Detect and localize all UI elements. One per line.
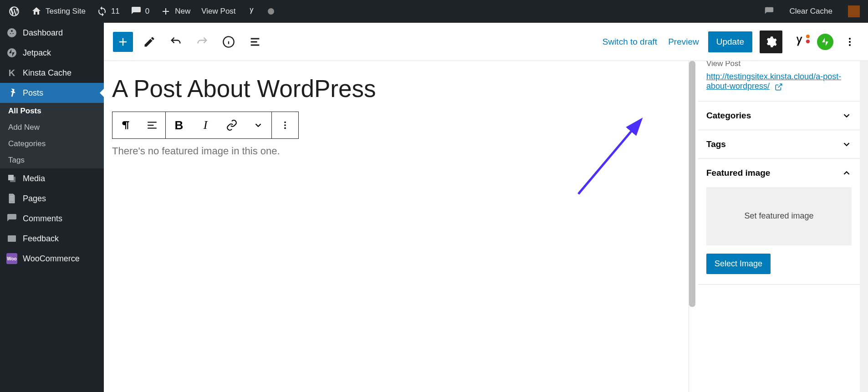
sidebar-item-feedback[interactable]: Feedback bbox=[0, 229, 104, 249]
pilcrow-icon bbox=[120, 119, 132, 131]
admin-sidebar: Dashboard Jetpack K Kinsta Cache Posts A… bbox=[0, 23, 104, 392]
permalink-link[interactable]: http://testingsitex.kinsta.cloud/a-post-… bbox=[706, 72, 841, 91]
categories-panel-toggle[interactable]: Categories bbox=[698, 102, 860, 130]
paragraph-block-button[interactable] bbox=[112, 112, 139, 138]
view-post-link[interactable]: View Post bbox=[197, 0, 240, 23]
sidebar-sub-categories[interactable]: Categories bbox=[0, 136, 104, 152]
sidebar-label: Feedback bbox=[23, 234, 59, 244]
redo-icon bbox=[196, 36, 209, 48]
link-icon bbox=[226, 119, 238, 131]
notes-link[interactable] bbox=[760, 0, 779, 23]
kebab-icon bbox=[844, 36, 855, 47]
paragraph-block[interactable]: There's no featured image in this one. bbox=[112, 145, 680, 157]
sidebar-label: Kinsta Cache bbox=[23, 68, 71, 78]
sidebar-label: Media bbox=[23, 174, 45, 183]
switch-to-draft-button[interactable]: Switch to draft bbox=[601, 37, 659, 47]
permalink-section: http://testingsitex.kinsta.cloud/a-post-… bbox=[698, 69, 860, 102]
info-button[interactable] bbox=[219, 32, 239, 52]
sidebar-scrollbar[interactable] bbox=[689, 61, 695, 307]
info-icon bbox=[222, 36, 235, 48]
chevron-down-icon bbox=[253, 120, 263, 130]
sidebar-label: Pages bbox=[23, 194, 46, 204]
svg-rect-1 bbox=[8, 235, 16, 242]
settings-cut-text: View Post bbox=[698, 61, 860, 69]
settings-toggle-button[interactable] bbox=[760, 31, 782, 53]
wp-logo[interactable] bbox=[4, 0, 25, 23]
site-name-link[interactable]: Testing Site bbox=[26, 0, 90, 23]
more-options-button[interactable] bbox=[841, 33, 859, 51]
new-content-link[interactable]: New bbox=[156, 0, 195, 23]
window-scrollbar[interactable] bbox=[860, 61, 868, 392]
italic-button[interactable]: I bbox=[192, 112, 219, 138]
svg-point-5 bbox=[849, 44, 851, 46]
sidebar-item-media[interactable]: Media bbox=[0, 168, 104, 188]
sidebar-label: Posts bbox=[23, 88, 43, 98]
block-toolbar: B I bbox=[112, 112, 299, 139]
updates-link[interactable]: 11 bbox=[92, 0, 124, 23]
chevron-down-icon bbox=[842, 139, 852, 149]
sidebar-item-comments[interactable]: Comments bbox=[0, 209, 104, 229]
sidebar-label: Dashboard bbox=[23, 28, 63, 38]
sidebar-item-jetpack[interactable]: Jetpack bbox=[0, 43, 104, 63]
sidebar-sub-add-new[interactable]: Add New bbox=[0, 119, 104, 136]
comments-icon bbox=[131, 6, 142, 17]
align-button[interactable] bbox=[139, 112, 165, 138]
bold-button[interactable]: B bbox=[166, 112, 192, 138]
sidebar-submenu-posts: All Posts Add New Categories Tags bbox=[0, 103, 104, 168]
annotation-arrow-icon bbox=[574, 117, 647, 199]
kinsta-icon: K bbox=[6, 67, 17, 78]
user-profile-link[interactable] bbox=[843, 0, 864, 23]
post-title-input[interactable]: A Post About WordPress bbox=[112, 75, 680, 102]
new-label: New bbox=[175, 7, 190, 16]
yoast-button[interactable] bbox=[790, 32, 810, 52]
chevron-up-icon bbox=[842, 168, 852, 178]
wordpress-icon bbox=[8, 5, 20, 17]
yoast-seo-icon bbox=[792, 34, 807, 50]
dashboard-icon bbox=[6, 27, 17, 38]
sidebar-sub-all-posts[interactable]: All Posts bbox=[0, 103, 104, 119]
jetpack-button[interactable] bbox=[817, 34, 833, 50]
link-button[interactable] bbox=[219, 112, 245, 138]
site-name-label: Testing Site bbox=[46, 7, 86, 16]
pencil-icon bbox=[143, 36, 156, 48]
svg-point-0 bbox=[7, 48, 16, 57]
featured-image-panel-toggle[interactable]: Featured image bbox=[698, 159, 860, 187]
preview-button[interactable]: Preview bbox=[666, 37, 701, 47]
svg-point-7 bbox=[284, 124, 286, 126]
external-link-icon bbox=[775, 83, 783, 91]
sidebar-item-pages[interactable]: Pages bbox=[0, 188, 104, 209]
status-dot-icon bbox=[268, 8, 274, 15]
yoast-link[interactable] bbox=[242, 0, 261, 23]
outline-button[interactable] bbox=[245, 32, 265, 52]
undo-button[interactable] bbox=[166, 32, 186, 52]
gear-icon bbox=[765, 36, 777, 48]
plus-icon bbox=[160, 6, 171, 17]
sidebar-sub-tags[interactable]: Tags bbox=[0, 152, 104, 168]
tags-panel: Tags bbox=[698, 130, 860, 159]
sidebar-item-posts[interactable]: Posts bbox=[0, 83, 104, 103]
clear-cache-link[interactable]: Clear Cache bbox=[785, 0, 837, 23]
svg-point-4 bbox=[849, 41, 851, 43]
sidebar-item-dashboard[interactable]: Dashboard bbox=[0, 23, 104, 43]
editor-content[interactable]: A Post About WordPress B I bbox=[104, 61, 689, 392]
tags-panel-toggle[interactable]: Tags bbox=[698, 130, 860, 158]
add-block-button[interactable] bbox=[113, 32, 133, 52]
sidebar-label: WooCommerce bbox=[23, 254, 80, 264]
plus-icon bbox=[117, 36, 129, 48]
pages-icon bbox=[6, 193, 17, 204]
speech-bubble-icon bbox=[764, 6, 774, 16]
edit-mode-button[interactable] bbox=[139, 32, 159, 52]
block-more-button[interactable] bbox=[272, 112, 298, 138]
pin-icon bbox=[6, 87, 17, 98]
sidebar-item-kinsta-cache[interactable]: K Kinsta Cache bbox=[0, 63, 104, 83]
set-featured-image-button[interactable]: Set featured image bbox=[706, 187, 852, 245]
status-link[interactable] bbox=[263, 0, 279, 23]
sidebar-item-woocommerce[interactable]: Woo WooCommerce bbox=[0, 249, 104, 269]
woo-icon: Woo bbox=[6, 253, 17, 264]
feedback-icon bbox=[6, 233, 17, 244]
comments-link[interactable]: 0 bbox=[126, 0, 154, 23]
select-image-button[interactable]: Select Image bbox=[706, 254, 771, 274]
more-formatting-button[interactable] bbox=[245, 112, 271, 138]
avatar-icon bbox=[848, 5, 860, 17]
update-button[interactable]: Update bbox=[708, 31, 752, 52]
